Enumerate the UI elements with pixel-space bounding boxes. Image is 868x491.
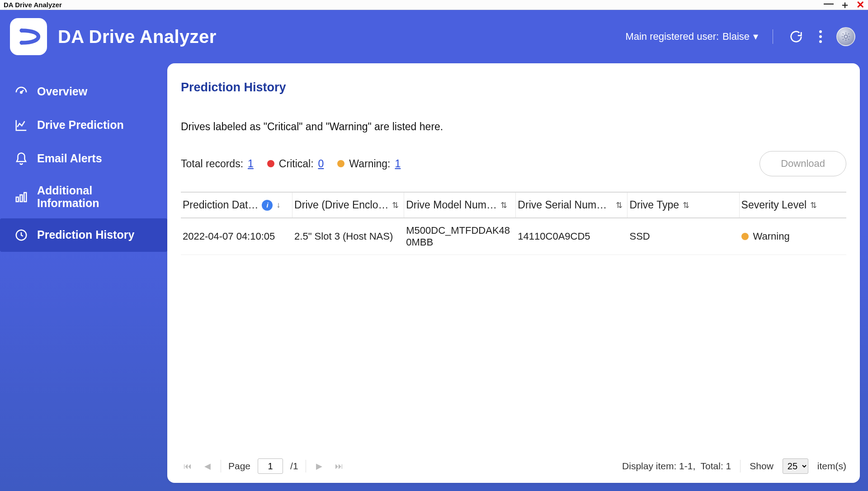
chart-line-icon xyxy=(14,118,29,133)
more-menu-button[interactable] xyxy=(819,30,822,43)
sidebar-item-label: Prediction History xyxy=(37,229,134,241)
svg-rect-4 xyxy=(16,197,19,202)
page-next-button[interactable]: ▶ xyxy=(313,459,325,473)
clock-icon xyxy=(14,227,29,243)
chevron-down-icon: ▾ xyxy=(753,31,758,42)
info-icon[interactable]: i xyxy=(262,200,273,211)
column-label: Drive Type xyxy=(629,199,679,211)
app-title: DA Drive Analyzer xyxy=(58,27,217,47)
svg-point-2 xyxy=(844,35,847,38)
sidebar: Overview Drive Prediction Email Alerts A… xyxy=(0,63,167,491)
sidebar-item-drive-prediction[interactable]: Drive Prediction xyxy=(0,109,167,142)
warning-dot-icon xyxy=(741,233,749,240)
cell-drive: 2.5" Slot 3 (Host NAS) xyxy=(292,224,404,249)
show-label: Show xyxy=(750,461,774,472)
app-logo-icon xyxy=(10,18,47,55)
prediction-history-table: Prediction Dat… i ↓ Drive (Drive Enclo… … xyxy=(181,192,846,255)
sort-icon[interactable]: ⇅ xyxy=(500,200,507,210)
summary-warning-link[interactable]: 1 xyxy=(395,158,401,170)
cell-model: M500DC_MTFDDAK480MBB xyxy=(404,218,516,255)
brand: DA Drive Analyzer xyxy=(10,18,217,55)
column-drive[interactable]: Drive (Drive Enclo… ⇅ xyxy=(292,193,404,217)
window-controls: — ＋ ✕ xyxy=(824,0,864,10)
page-last-button[interactable]: ⏭ xyxy=(332,460,346,473)
bell-icon xyxy=(14,151,29,166)
page-total: /1 xyxy=(290,461,298,472)
items-label: item(s) xyxy=(817,461,846,472)
sidebar-item-prediction-history[interactable]: Prediction History xyxy=(0,218,167,252)
summary-total: Total records: 1 xyxy=(181,158,254,170)
column-label: Drive Model Num… xyxy=(406,199,497,211)
panel-description: Drives labeled as "Critical" and "Warnin… xyxy=(181,121,846,133)
window-maximize-icon[interactable]: ＋ xyxy=(840,0,850,10)
window-close-icon[interactable]: ✕ xyxy=(856,0,864,10)
cell-type: SSD xyxy=(627,224,739,249)
cell-severity: Warning xyxy=(740,224,846,249)
pager: ⏮ ◀ Page /1 ▶ ⏭ xyxy=(181,458,346,474)
svg-rect-5 xyxy=(20,195,23,202)
user-label-prefix: Main registered user: xyxy=(625,31,719,42)
critical-dot-icon xyxy=(267,160,274,167)
page-prev-button[interactable]: ◀ xyxy=(202,459,213,473)
warning-dot-icon xyxy=(337,160,344,167)
sidebar-item-additional-information[interactable]: Additional Information xyxy=(0,175,167,218)
summary-warning: Warning: 1 xyxy=(337,158,401,170)
divider xyxy=(773,29,773,44)
table-header: Prediction Dat… i ↓ Drive (Drive Enclo… … xyxy=(181,193,846,218)
sort-icon[interactable]: ⇅ xyxy=(392,200,399,210)
bar-chart-icon xyxy=(14,189,29,205)
column-severity[interactable]: Severity Level ⇅ xyxy=(740,193,846,217)
panel-title: Prediction History xyxy=(181,80,846,94)
divider xyxy=(306,460,306,472)
window-minimize-icon[interactable]: — xyxy=(824,0,834,9)
svg-rect-6 xyxy=(24,193,26,202)
page-size-select[interactable]: 25 xyxy=(783,458,808,474)
column-label: Drive (Drive Enclo… xyxy=(294,199,388,211)
summary-total-label: Total records: xyxy=(181,158,243,170)
app-header: DA Drive Analyzer Main registered user: … xyxy=(0,10,868,63)
summary-critical-label: Critical: xyxy=(279,158,314,170)
divider xyxy=(221,460,221,472)
gauge-icon xyxy=(14,84,29,99)
sort-icon[interactable]: ⇅ xyxy=(683,200,689,210)
summary-warning-label: Warning: xyxy=(349,158,390,170)
download-button[interactable]: Download xyxy=(760,151,846,176)
main-user-dropdown[interactable]: Main registered user: Blaise ▾ xyxy=(625,31,758,42)
page-number-input[interactable] xyxy=(258,458,283,474)
sidebar-item-label: Additional Information xyxy=(37,184,154,209)
column-label: Prediction Dat… xyxy=(183,199,258,211)
main-panel: Prediction History Drives labeled as "Cr… xyxy=(167,63,860,483)
table-footer: ⏮ ◀ Page /1 ▶ ⏭ Display item: 1-1, Total… xyxy=(181,452,846,474)
cell-date: 2022-04-07 04:10:05 xyxy=(181,224,292,249)
severity-text: Warning xyxy=(753,231,790,242)
sort-desc-icon[interactable]: ↓ xyxy=(276,200,280,210)
display-total-text: Display item: 1-1, Total: 1 xyxy=(622,461,731,472)
settings-badge-icon[interactable] xyxy=(836,27,855,46)
window-titlebar: DA Drive Analyzer — ＋ ✕ xyxy=(0,0,868,10)
cell-serial: 14110C0A9CD5 xyxy=(516,224,627,249)
summary-row: Total records: 1 Critical: 0 Warning: 1 xyxy=(181,151,846,176)
table-row[interactable]: 2022-04-07 04:10:05 2.5" Slot 3 (Host NA… xyxy=(181,218,846,255)
sidebar-item-label: Email Alerts xyxy=(37,152,102,165)
sidebar-item-overview[interactable]: Overview xyxy=(0,75,167,109)
column-label: Drive Serial Numb… xyxy=(518,199,612,211)
divider xyxy=(740,460,741,472)
refresh-button[interactable] xyxy=(788,28,805,45)
column-type[interactable]: Drive Type ⇅ xyxy=(627,193,739,217)
column-label: Severity Level xyxy=(741,199,807,211)
summary-total-link[interactable]: 1 xyxy=(248,158,254,170)
column-model[interactable]: Drive Model Num… ⇅ xyxy=(404,193,516,217)
column-serial[interactable]: Drive Serial Numb… ⇅ xyxy=(516,193,627,217)
summary-critical: Critical: 0 xyxy=(267,158,324,170)
svg-point-3 xyxy=(20,91,22,93)
sidebar-item-label: Overview xyxy=(37,85,87,98)
sidebar-item-email-alerts[interactable]: Email Alerts xyxy=(0,142,167,175)
page-first-button[interactable]: ⏮ xyxy=(181,460,194,473)
user-name: Blaise xyxy=(722,31,750,42)
sort-icon[interactable]: ⇅ xyxy=(616,200,623,210)
header-actions: Main registered user: Blaise ▾ xyxy=(625,27,855,46)
sort-icon[interactable]: ⇅ xyxy=(810,200,817,210)
page-label: Page xyxy=(228,461,250,472)
summary-critical-link[interactable]: 0 xyxy=(318,158,324,170)
column-prediction-date[interactable]: Prediction Dat… i ↓ xyxy=(181,193,292,217)
